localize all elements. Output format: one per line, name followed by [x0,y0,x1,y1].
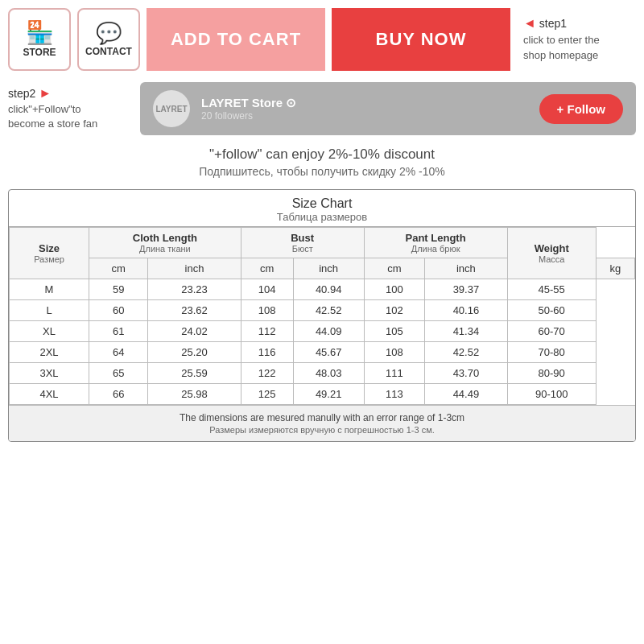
cloth-cm-header: cm [89,258,148,279]
cloth-cm-cell: 64 [89,342,148,363]
weight-cell: 90-100 [507,384,596,405]
bust-inch-cell: 40.94 [293,279,364,300]
cloth-inch-cell: 23.62 [148,300,241,321]
step1-description: click to enter theshop homepage [523,33,600,62]
add-to-cart-button[interactable]: ADD TO CART [147,8,325,71]
bust-inch-cell: 42.52 [293,300,364,321]
weight-cell: 45-55 [507,279,596,300]
store-follow-bar: LAYRET LAYRET Store ⊙ 20 followers + Fol… [140,82,636,135]
store-followers: 20 followers [201,110,528,122]
follow-button[interactable]: + Follow [539,94,623,124]
bust-inch-cell: 44.09 [293,321,364,342]
table-row: 2XL 64 25.20 116 45.67 108 42.52 70-80 [10,342,635,363]
size-cell: L [10,300,89,321]
pant-cm-cell: 100 [364,279,425,300]
discount-text-en: "+follow" can enjoy 2%-10% discount [8,147,636,163]
store-info: LAYRET Store ⊙ 20 followers [201,96,528,122]
cloth-cm-cell: 59 [89,279,148,300]
pant-inch-cell: 43.70 [425,363,507,384]
step1-label: step1 [539,17,567,30]
pant-cm-cell: 102 [364,300,425,321]
col-size-header: Size Размер [10,228,89,279]
size-cell: 3XL [10,363,89,384]
cloth-cm-cell: 60 [89,300,148,321]
contact-icon: 💬 [96,23,122,43]
cloth-inch-cell: 23.23 [148,279,241,300]
bust-cm-cell: 125 [241,384,293,405]
cloth-cm-cell: 66 [89,384,148,405]
bust-cm-header: cm [241,258,293,279]
bust-inch-cell: 48.03 [293,363,364,384]
table-header-row: Size Размер Cloth Length Длина ткани Bus… [10,228,635,258]
table-row: 4XL 66 25.98 125 49.21 113 44.49 90-100 [10,384,635,405]
pant-cm-cell: 113 [364,384,425,405]
cloth-inch-header: inch [148,258,241,279]
cloth-inch-cell: 24.02 [148,321,241,342]
pant-inch-cell: 42.52 [425,342,507,363]
table-row: 3XL 65 25.59 122 48.03 111 43.70 80-90 [10,363,635,384]
store-label: STORE [23,47,56,58]
cloth-cm-cell: 61 [89,321,148,342]
bust-cm-cell: 122 [241,363,293,384]
col-weight-header: Weight Масса [507,228,596,279]
size-cell: M [10,279,89,300]
cloth-inch-cell: 25.98 [148,384,241,405]
size-chart-title-ru: Таблица размеров [12,211,632,223]
layret-logo: LAYRET [153,90,190,127]
cloth-cm-cell: 65 [89,363,148,384]
weight-kg-header: kg [596,258,634,279]
pant-cm-cell: 105 [364,321,425,342]
pant-cm-cell: 111 [364,363,425,384]
weight-cell: 50-60 [507,300,596,321]
step2-label: step2 [8,87,35,100]
bust-inch-cell: 45.67 [293,342,364,363]
contact-button[interactable]: 💬 CONTACT [77,8,140,71]
col-pant-header: Pant Length Длина брюк [364,228,507,258]
weight-cell: 70-80 [507,342,596,363]
size-cell: 2XL [10,342,89,363]
step2-info: step2 ► click"+Follow"tobecome a store f… [8,86,129,131]
cloth-inch-cell: 25.20 [148,342,241,363]
discount-text-ru: Подпишитесь, чтобы получить скидку 2% -1… [8,165,636,178]
bust-cm-cell: 104 [241,279,293,300]
footer-note-ru: Размеры измеряются вручную с погрешность… [17,425,627,435]
contact-label: CONTACT [85,46,132,57]
pant-cm-cell: 108 [364,342,425,363]
size-chart: Size Chart Таблица размеров Size Размер … [8,189,636,442]
store-button[interactable]: 🏪 STORE [8,8,71,71]
pant-inch-cell: 40.16 [425,300,507,321]
bust-cm-cell: 116 [241,342,293,363]
bust-inch-header: inch [293,258,364,279]
table-row: M 59 23.23 104 40.94 100 39.37 45-55 [10,279,635,300]
buy-now-button[interactable]: BUY NOW [332,8,510,71]
col-cloth-header: Cloth Length Длина ткани [89,228,242,258]
size-chart-title-en: Size Chart [12,196,632,211]
step1-info: ◄ step1 click to enter theshop homepage [523,16,636,62]
pant-inch-cell: 41.34 [425,321,507,342]
weight-cell: 60-70 [507,321,596,342]
step2-section: step2 ► click"+Follow"tobecome a store f… [8,82,636,135]
size-chart-title: Size Chart Таблица размеров [9,190,635,227]
size-cell: XL [10,321,89,342]
size-table: Size Размер Cloth Length Длина ткани Bus… [9,227,635,405]
step2-description: click"+Follow"tobecome a store fan [8,102,97,131]
size-chart-footer: The dimensions are mesured manully with … [9,405,635,441]
size-cell: 4XL [10,384,89,405]
weight-cell: 80-90 [507,363,596,384]
col-bust-header: Bust Бюст [241,228,364,258]
pant-cm-header: cm [364,258,425,279]
store-icon: 🏪 [26,22,54,44]
arrow-right-icon: ► [39,86,52,101]
bust-cm-cell: 108 [241,300,293,321]
pant-inch-cell: 39.37 [425,279,507,300]
pant-inch-cell: 44.49 [425,384,507,405]
table-row: L 60 23.62 108 42.52 102 40.16 50-60 [10,300,635,321]
pant-inch-header: inch [425,258,507,279]
discount-section: "+follow" can enjoy 2%-10% discount Подп… [8,147,636,178]
bust-inch-cell: 49.21 [293,384,364,405]
store-name: LAYRET Store ⊙ [201,96,528,110]
footer-note-en: The dimensions are mesured manully with … [17,412,627,423]
table-row: XL 61 24.02 112 44.09 105 41.34 60-70 [10,321,635,342]
arrow-left-icon: ◄ [523,16,536,31]
cloth-inch-cell: 25.59 [148,363,241,384]
